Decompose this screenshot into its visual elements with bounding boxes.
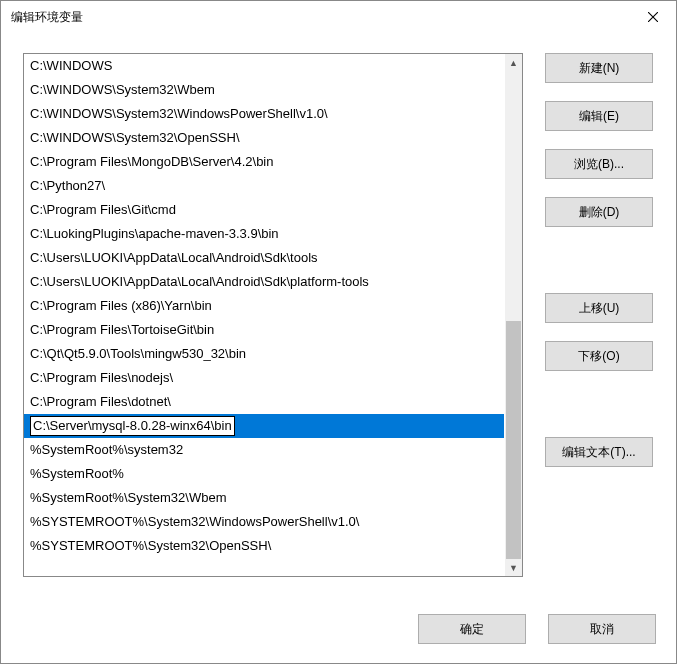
list-item[interactable]: C:\Program Files\dotnet\ [24,390,504,414]
move-down-button[interactable]: 下移(O) [545,341,653,371]
close-icon [648,12,658,22]
scroll-track[interactable] [505,71,522,559]
list-item[interactable]: %SystemRoot%\system32 [24,438,504,462]
scroll-down-arrow-icon[interactable]: ▼ [505,559,522,576]
close-button[interactable] [630,1,676,33]
window-title: 编辑环境变量 [11,9,83,26]
move-up-button[interactable]: 上移(U) [545,293,653,323]
list-item[interactable]: C:\Program Files\MongoDB\Server\4.2\bin [24,150,504,174]
list-item[interactable]: C:\WINDOWS\System32\OpenSSH\ [24,126,504,150]
dialog-body: C:\WINDOWSC:\WINDOWS\System32\WbemC:\WIN… [1,33,676,663]
list-item[interactable]: %SystemRoot%\System32\Wbem [24,486,504,510]
list-item[interactable]: C:\WINDOWS\System32\WindowsPowerShell\v1… [24,102,504,126]
list-item[interactable]: C:\Program Files\TortoiseGit\bin [24,318,504,342]
path-listbox[interactable]: C:\WINDOWSC:\WINDOWS\System32\WbemC:\WIN… [23,53,523,577]
list-item[interactable]: C:\Qt\Qt5.9.0\Tools\mingw530_32\bin [24,342,504,366]
edit-text-button[interactable]: 编辑文本(T)... [545,437,653,467]
vertical-scrollbar[interactable]: ▲ ▼ [505,54,522,576]
list-item[interactable]: C:\Program Files (x86)\Yarn\bin [24,294,504,318]
list-item[interactable]: C:\WINDOWS [24,54,504,78]
list-item[interactable]: %SYSTEMROOT%\System32\OpenSSH\ [24,534,504,558]
scroll-thumb[interactable] [506,321,521,559]
edit-button[interactable]: 编辑(E) [545,101,653,131]
list-item[interactable]: C:\Program Files\Git\cmd [24,198,504,222]
titlebar: 编辑环境变量 [1,1,676,33]
list-item[interactable]: C:\LuokingPlugins\apache-maven-3.3.9\bin [24,222,504,246]
list-item[interactable]: %SystemRoot% [24,462,504,486]
list-item[interactable]: C:\Users\LUOKI\AppData\Local\Android\Sdk… [24,246,504,270]
inline-edit-input[interactable]: C:\Server\mysql-8.0.28-winx64\bin [30,416,235,436]
env-var-edit-dialog: 编辑环境变量 C:\WINDOWSC:\WINDOWS\System32\Wbe… [0,0,677,664]
browse-button[interactable]: 浏览(B)... [545,149,653,179]
list-item[interactable]: C:\Users\LUOKI\AppData\Local\Android\Sdk… [24,270,504,294]
new-button[interactable]: 新建(N) [545,53,653,83]
dialog-footer: 确定 取消 [1,595,676,663]
list-item[interactable]: C:\Server\mysql-8.0.28-winx64\bin [24,414,504,438]
main-area: C:\WINDOWSC:\WINDOWS\System32\WbemC:\WIN… [1,33,676,595]
scroll-up-arrow-icon[interactable]: ▲ [505,54,522,71]
list-item[interactable]: C:\Python27\ [24,174,504,198]
delete-button[interactable]: 删除(D) [545,197,653,227]
list-item[interactable]: %SYSTEMROOT%\System32\WindowsPowerShell\… [24,510,504,534]
list-item[interactable]: C:\Program Files\nodejs\ [24,366,504,390]
button-column: 新建(N) 编辑(E) 浏览(B)... 删除(D) 上移(U) 下移(O) 编… [545,53,653,595]
ok-button[interactable]: 确定 [418,614,526,644]
cancel-button[interactable]: 取消 [548,614,656,644]
list-item[interactable]: C:\WINDOWS\System32\Wbem [24,78,504,102]
